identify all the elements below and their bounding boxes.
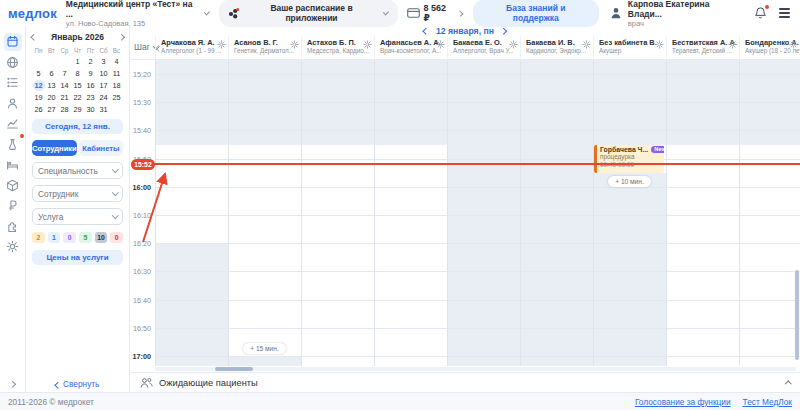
calendar-day[interactable]: 18 (111, 80, 123, 91)
rail-integrations-icon[interactable] (4, 217, 22, 235)
column-divider (447, 60, 448, 366)
chevron-up-icon[interactable] (785, 381, 791, 387)
calendar-day[interactable]: 17 (98, 80, 110, 91)
expand-rail-chevron[interactable] (0, 377, 25, 388)
column-settings-gear-icon[interactable] (363, 40, 372, 49)
column-settings-gear-icon[interactable] (655, 40, 664, 49)
rail-globe-icon[interactable] (4, 53, 22, 71)
column-settings-gear-icon[interactable] (509, 40, 518, 49)
waiting-patients-bar[interactable]: Ожидающие пациенты (130, 372, 800, 392)
doctor-column-header[interactable]: Астахов Б. П.Медсестра, Кардио... (301, 36, 374, 60)
calendar-day[interactable]: 27 (46, 104, 58, 115)
calendar-day[interactable]: 16 (85, 80, 97, 91)
collapse-sidebar-link[interactable]: Свернуть (26, 379, 129, 389)
calendar-day[interactable]: 2 (85, 56, 97, 67)
calendar-day[interactable]: 13 (46, 80, 58, 91)
tab-rooms[interactable]: Кабинеты (79, 140, 123, 156)
status-chip-gray[interactable]: 10 (95, 232, 108, 243)
tab-employees[interactable]: Сотрудники (32, 140, 77, 156)
calendar-day[interactable]: 4 (111, 56, 123, 67)
calendar-day[interactable]: 22 (72, 92, 84, 103)
column-settings-gear-icon[interactable] (728, 40, 737, 49)
notifications-bell-icon[interactable] (754, 6, 767, 20)
user-menu[interactable]: Карпова Екатерина Влади... врач (609, 0, 744, 28)
column-settings-gear-icon[interactable] (436, 40, 445, 49)
service-select[interactable]: Услуга (32, 208, 123, 225)
calendar-day[interactable]: 31 (98, 104, 110, 115)
calendar-day[interactable]: 12 (33, 80, 45, 91)
vertical-scrollbar[interactable] (795, 270, 799, 360)
calendar-day[interactable]: 15 (72, 80, 84, 91)
rail-lab-icon[interactable] (4, 135, 22, 153)
doctor-column-header[interactable]: Асанов В. Г.Генетик, Дерматол... (228, 36, 301, 60)
appointment-card[interactable]: Горбачева Ч... New процедурка 15:45-15:5… (594, 145, 664, 173)
calendar-day[interactable]: 14 (59, 80, 71, 91)
rail-support-icon[interactable] (4, 94, 22, 112)
column-settings-gear-icon[interactable] (789, 40, 798, 49)
free-gap-pill[interactable]: + 10 мин. (608, 176, 651, 187)
clinic-switcher[interactable]: Медицинский центр «Тест» на ... ул. Ново… (66, 0, 210, 28)
calendar-day[interactable]: 25 (111, 92, 123, 103)
doctor-column-header[interactable]: Арчакова Я. А.Аллерголог (1 - 99 ... (155, 36, 228, 60)
calendar-day[interactable]: 21 (59, 92, 71, 103)
free-gap-pill[interactable]: + 15 мин. (243, 343, 286, 354)
calendar-day[interactable]: 26 (33, 104, 45, 115)
horizontal-scrollbar[interactable] (215, 367, 253, 371)
status-chip-blue[interactable]: 1 (48, 232, 61, 243)
calendar-day[interactable]: 5 (33, 68, 45, 79)
prev-day-chevron[interactable] (424, 28, 430, 34)
status-chip-amber[interactable]: 2 (32, 232, 45, 243)
test-medlok-link[interactable]: Тест МедЛок (743, 397, 792, 407)
calendar-day[interactable]: 28 (59, 104, 71, 115)
column-settings-gear-icon[interactable] (290, 40, 299, 49)
calendar-day[interactable]: 11 (111, 68, 123, 79)
gap-pill-wrap: + 15 мин. (228, 343, 301, 354)
rail-inventory-icon[interactable] (4, 176, 22, 194)
medlok-logo[interactable]: медлок (8, 6, 57, 21)
calendar-day[interactable]: 7 (59, 68, 71, 79)
service-prices-button[interactable]: Цены на услуги (32, 250, 123, 265)
status-chip-violet[interactable]: 0 (63, 232, 76, 243)
rail-ward-icon[interactable] (4, 156, 22, 174)
calendar-day[interactable]: 20 (46, 92, 58, 103)
app-schedule-button[interactable]: Ваше расписание в приложении (219, 0, 398, 27)
doctor-column-header[interactable]: Афанасьев А. А.Врач-косметолог, А... (374, 36, 447, 60)
rail-analytics-icon[interactable] (4, 115, 22, 133)
vote-features-link[interactable]: Голосование за функции (635, 397, 731, 407)
next-month-chevron[interactable] (118, 34, 124, 40)
rail-settings-icon[interactable] (4, 238, 22, 256)
calendar-day[interactable]: 1 (72, 56, 84, 67)
calendar-day[interactable]: 29 (72, 104, 84, 115)
calendar-day[interactable]: 19 (33, 92, 45, 103)
menu-icon[interactable] (777, 6, 792, 20)
calendar-day[interactable]: 23 (85, 92, 97, 103)
prev-month-chevron[interactable] (31, 34, 37, 40)
next-day-chevron[interactable] (500, 28, 506, 34)
doctor-column-header[interactable]: Бакаева Е. О.Аллерголог, Врач У... (447, 36, 520, 60)
status-chip-green[interactable]: 5 (79, 232, 92, 243)
gridline (155, 356, 800, 357)
specialty-select[interactable]: Специальность (32, 162, 123, 179)
column-settings-gear-icon[interactable] (217, 40, 226, 49)
doctor-column-header[interactable]: Бондаренко А. С.Акушер (18 - 20 лет) (739, 36, 800, 60)
today-button[interactable]: Сегодня, 12 янв. (32, 119, 123, 134)
knowledge-base-button[interactable]: База знаний и поддержка (473, 0, 599, 27)
doctor-column-header[interactable]: Без кабинета В.Акушер (593, 36, 666, 60)
rail-calendar-icon[interactable] (4, 33, 22, 51)
calendar-day[interactable]: 8 (72, 68, 84, 79)
rail-tasks-icon[interactable] (4, 74, 22, 92)
calendar-day[interactable]: 10 (98, 68, 110, 79)
calendar-day[interactable]: 30 (85, 104, 97, 115)
calendar-day[interactable]: 24 (98, 92, 110, 103)
status-chip-red[interactable]: 0 (110, 232, 123, 243)
doctor-column-header[interactable]: Бакаева И. В.Кардиолог, Эндокр... (520, 36, 593, 60)
balance-button[interactable]: 8 562 ₽ (407, 3, 463, 23)
calendar-day[interactable]: 6 (46, 68, 58, 79)
rail-payments-icon[interactable] (4, 197, 22, 215)
calendar-day[interactable]: 9 (85, 68, 97, 79)
doctor-column-header[interactable]: Бествитская А. А.Терапевт, Детский ... (666, 36, 739, 60)
employee-select[interactable]: Сотрудник (32, 185, 123, 202)
current-date-label[interactable]: 12 января, пн (436, 26, 494, 36)
calendar-day[interactable]: 3 (98, 56, 110, 67)
column-settings-gear-icon[interactable] (582, 40, 591, 49)
